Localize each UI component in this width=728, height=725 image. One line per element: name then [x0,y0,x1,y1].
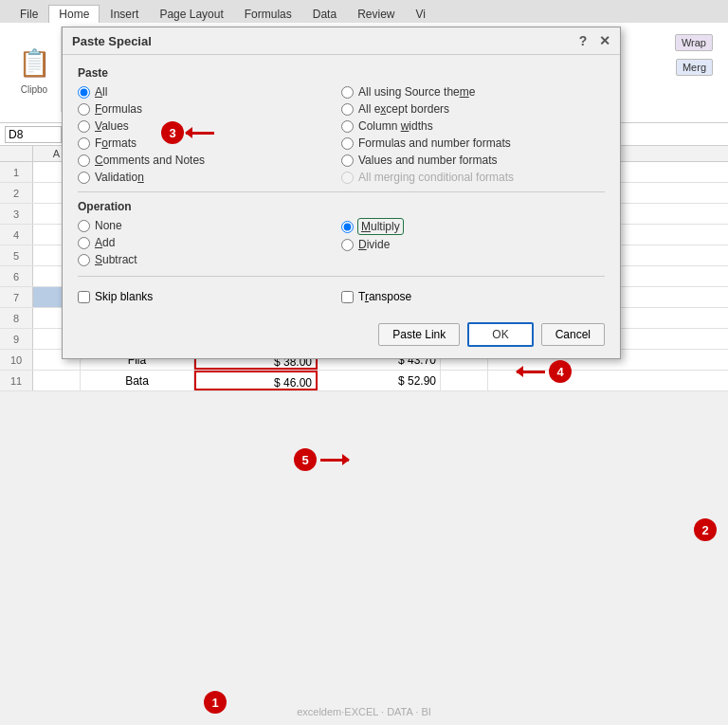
annotation-arrow-3 [186,132,214,135]
annotation-3: 3 [161,121,214,144]
radio-add-input[interactable] [78,237,90,249]
tab-home[interactable]: Home [48,5,100,23]
paste-section-label: Paste [78,66,605,80]
transpose-item[interactable]: Transpose [341,290,411,303]
table-row: 11 Bata $ 46.00 $ 52.90 [0,371,728,391]
cancel-button[interactable]: Cancel [541,323,605,346]
tab-file[interactable]: File [9,5,48,23]
radio-none[interactable]: None [78,219,341,232]
radio-subtract[interactable]: Subtract [78,253,341,266]
dialog-titlebar: Paste Special ? ✕ [63,27,620,55]
row-num-header-blank [0,146,33,161]
radio-values-num[interactable]: Values and number formats [341,154,605,167]
radio-multiply[interactable]: Multiply [341,219,605,234]
radio-comments-input[interactable] [78,154,90,167]
transpose-container: Transpose [341,290,605,303]
annotation-circle-4: 4 [549,360,572,383]
radio-validation-label: Validation [95,171,144,184]
radio-col-widths[interactable]: Column widths [341,119,605,133]
tab-review[interactable]: Review [347,5,405,23]
product-bata[interactable]: Bata [81,371,194,390]
radio-multiply-input[interactable] [341,221,354,233]
radio-all-except[interactable]: All except borders [341,102,605,116]
radio-all-merge-label: All merging conditional formats [358,171,514,184]
radio-formats-label: Formats [95,136,136,150]
paste-icon[interactable]: 📋 [15,45,53,82]
annotation-4: 4 [517,360,572,383]
radio-values-num-label: Values and number formats [358,154,498,167]
radio-subtract-label: Subtract [95,253,137,266]
annotation-circle-3: 3 [161,121,184,144]
clipboard-group: 📋 Clipbo [8,27,62,112]
radio-all[interactable]: All [78,85,341,99]
radio-subtract-input[interactable] [78,254,90,266]
radio-validation-input[interactable] [78,172,90,184]
transpose-checkbox[interactable] [341,291,354,303]
tab-formulas[interactable]: Formulas [234,5,302,23]
excel-window: File Home Insert Page Layout Formulas Da… [0,0,728,725]
radio-all-source[interactable]: All using Source theme [341,85,605,99]
annotation-5: 5 [294,448,349,471]
ok-button[interactable]: OK [467,322,533,347]
annotation-circle-1: 1 [204,691,227,714]
watermark: exceldem·EXCEL · DATA · BI [297,706,431,717]
clipboard-label: Clipbo [21,84,47,95]
radio-formulas-input[interactable] [78,103,90,116]
tab-view[interactable]: Vi [406,5,436,23]
radio-divide-input[interactable] [341,239,354,251]
radio-add[interactable]: Add [78,236,341,249]
radio-all-label: All [95,85,107,99]
dialog-controls: ? ✕ [574,33,610,48]
radio-values-input[interactable] [78,120,90,133]
merge-button[interactable]: Merg [676,59,713,76]
operation-right: Multiply Divide [341,219,605,266]
radio-col-widths-input[interactable] [341,120,354,133]
tab-insert[interactable]: Insert [100,5,149,23]
help-icon[interactable]: ? [574,33,592,48]
annotation-arrow-4 [517,371,545,373]
radio-multiply-label: Multiply [358,219,403,234]
paste-link-button[interactable]: Paste Link [378,323,460,346]
radio-formulas-num[interactable]: Formulas and number formats [341,136,605,150]
skip-blanks-item[interactable]: Skip blanks [78,290,153,303]
operation-section: Operation None Add Subtract [78,200,605,266]
operation-section-label: Operation [78,200,605,213]
radio-comments[interactable]: Comments and Notes [78,154,341,167]
radio-all-except-label: All except borders [358,102,449,116]
radio-divide[interactable]: Divide [341,238,605,251]
close-icon[interactable]: ✕ [599,33,610,48]
ribbon-tabs: File Home Insert Page Layout Formulas Da… [0,0,728,23]
dialog-buttons: Paste Link OK Cancel [63,315,620,358]
radio-all-except-input[interactable] [341,103,354,116]
dialog-title: Paste Special [72,34,152,48]
tab-data[interactable]: Data [302,5,347,23]
annotation-circle-2: 2 [694,518,717,541]
radio-formulas-num-label: Formulas and number formats [358,136,511,150]
final-price-bata[interactable]: $ 52.90 [318,371,441,390]
dialog-body: Paste All Formulas Values [63,55,620,315]
annotation-circle-5: 5 [294,448,317,471]
radio-validation[interactable]: Validation [78,171,341,184]
radio-formulas-num-input[interactable] [341,137,354,150]
radio-formulas[interactable]: Formulas [78,102,341,116]
tab-page-layout[interactable]: Page Layout [149,5,233,23]
paste-special-dialog: Paste Special ? ✕ Paste All Formulas [62,27,621,359]
radio-all-source-input[interactable] [341,86,354,99]
paste-options-container: All Formulas Values Formats [78,85,605,184]
radio-all-input[interactable] [78,86,90,99]
operation-options: None Add Subtract [78,219,605,266]
skip-blanks-checkbox[interactable] [78,291,90,303]
transpose-label: Transpose [358,290,411,303]
bottom-options: Skip blanks Transpose [78,290,605,303]
radio-values-num-input[interactable] [341,154,354,167]
skip-blanks-container: Skip blanks [78,290,341,303]
radio-divide-label: Divide [358,238,390,251]
initial-price-bata[interactable]: $ 46.00 [194,371,318,390]
wrap-text-button[interactable]: Wrap [675,34,713,51]
radio-formats-input[interactable] [78,137,90,150]
radio-all-merge-input [341,172,354,184]
name-box[interactable] [5,126,62,143]
radio-none-input[interactable] [78,220,90,232]
skip-blanks-label: Skip blanks [95,290,153,303]
annotation-2: 2 [694,518,717,541]
